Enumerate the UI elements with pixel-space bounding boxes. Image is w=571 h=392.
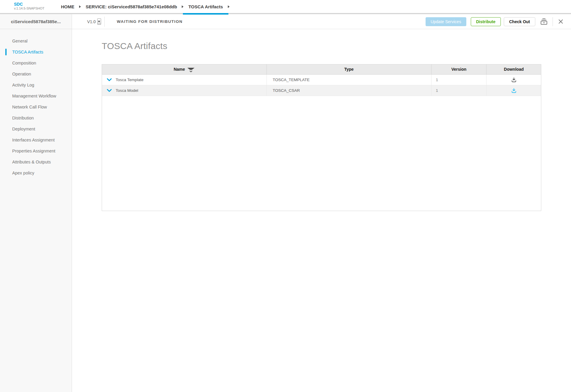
artifact-type: TOSCA_TEMPLATE	[267, 74, 432, 85]
breadcrumb: HOME SERVICE: ciServiced5878af385e741e08…	[61, 0, 234, 13]
toolbar-divider	[553, 17, 553, 26]
breadcrumb-item[interactable]: TOSCA Artifacts	[188, 0, 223, 13]
download-icon	[511, 88, 517, 93]
sdc-version-text: v.1.14.5-SNAPSHOT	[14, 7, 45, 10]
artifact-type: TOSCA_CSAR	[267, 85, 432, 96]
sidebar-item-activity-log[interactable]: Activity Log	[0, 79, 72, 90]
artifact-version: 1	[431, 74, 487, 85]
version-label: V1.0	[87, 19, 96, 24]
close-icon	[558, 19, 563, 24]
table-row: Tosca Template TOSCA_TEMPLATE 1	[102, 74, 541, 85]
breadcrumb-item[interactable]: SERVICE: ciServiced5878af385e741e08ddb	[86, 0, 177, 13]
artifact-name: Tosca Template	[116, 78, 144, 82]
lifecycle-status-label: WAITING FOR DISTRIBUTION	[117, 19, 183, 24]
update-services-button[interactable]: Update Services	[426, 17, 466, 26]
service-name-header: ciServiced5878af385e...	[0, 14, 72, 29]
column-header-download[interactable]: Download	[487, 64, 541, 74]
sidebar-item-apex-policy[interactable]: Apex policy	[0, 167, 72, 178]
expand-row-button[interactable]	[107, 89, 112, 92]
sidebar-item-general[interactable]: General	[0, 35, 72, 46]
tosca-artifacts-table: Name Type Version Download	[102, 64, 541, 211]
version-selector[interactable]: V1.0	[87, 18, 101, 25]
print-icon	[540, 18, 548, 25]
sidebar-item-attributes-outputs[interactable]: Attributes & Outputs	[0, 156, 72, 167]
table-body: Tosca Template TOSCA_TEMPLATE 1	[102, 74, 541, 96]
download-icon	[511, 77, 517, 83]
sidebar-item-interfaces-assignment[interactable]: Interfaces Assignment	[0, 134, 72, 145]
page-body: TOSCA Artifacts Name Type	[72, 29, 571, 392]
sidebar-item-composition[interactable]: Composition	[0, 57, 72, 68]
sidebar-item-properties-assignment[interactable]: Properties Assignment	[0, 145, 72, 156]
column-header-version[interactable]: Version	[431, 64, 487, 74]
chevron-down-icon	[107, 89, 112, 92]
breadcrumb-arrow-icon	[182, 5, 183, 8]
close-button[interactable]	[558, 19, 563, 24]
top-bar: SDC v.1.14.5-SNAPSHOT HOME SERVICE: ciSe…	[0, 0, 571, 13]
sidebar-item-deployment[interactable]: Deployment	[0, 123, 72, 134]
breadcrumb-item[interactable]: HOME	[61, 0, 74, 13]
sidebar-nav: General TOSCA Artifacts Composition Oper…	[0, 29, 72, 178]
sort-icon	[187, 67, 195, 72]
artifact-version: 1	[431, 85, 487, 96]
chevron-down-icon	[98, 21, 100, 22]
check-out-button[interactable]: Check Out	[504, 17, 535, 26]
download-button[interactable]	[511, 88, 517, 92]
sdc-logo-text: SDC	[14, 2, 45, 7]
sidebar: ciServiced5878af385e... General TOSCA Ar…	[0, 14, 72, 392]
page-title: TOSCA Artifacts	[102, 41, 167, 51]
sidebar-item-management-workflow[interactable]: Management Workflow	[0, 90, 72, 101]
sidebar-item-distribution[interactable]: Distribution	[0, 112, 72, 123]
sdc-logo[interactable]: SDC v.1.14.5-SNAPSHOT	[14, 2, 45, 10]
sidebar-item-operation[interactable]: Operation	[0, 68, 72, 79]
sidebar-item-network-call-flow[interactable]: Network Call Flow	[0, 101, 72, 112]
chevron-down-icon	[107, 78, 112, 81]
artifact-name: Tosca Model	[116, 88, 138, 93]
table-row: Tosca Model TOSCA_CSAR 1	[102, 85, 541, 96]
breadcrumb-arrow-icon	[79, 5, 81, 8]
distribute-button[interactable]: Distribute	[471, 17, 501, 26]
toolbar-divider	[104, 17, 105, 27]
expand-row-button[interactable]	[107, 78, 112, 81]
table-header-row: Name Type Version Download	[102, 64, 541, 74]
breadcrumb-arrow-icon	[228, 5, 230, 8]
column-header-name[interactable]: Name	[102, 64, 267, 74]
print-button[interactable]	[540, 18, 548, 25]
version-dropdown-spinner[interactable]	[97, 18, 101, 25]
download-button[interactable]	[511, 77, 517, 82]
sidebar-item-tosca-artifacts[interactable]: TOSCA Artifacts	[0, 46, 72, 57]
column-header-type[interactable]: Type	[267, 64, 432, 74]
service-toolbar: V1.0 WAITING FOR DISTRIBUTION Update Ser…	[72, 14, 571, 29]
